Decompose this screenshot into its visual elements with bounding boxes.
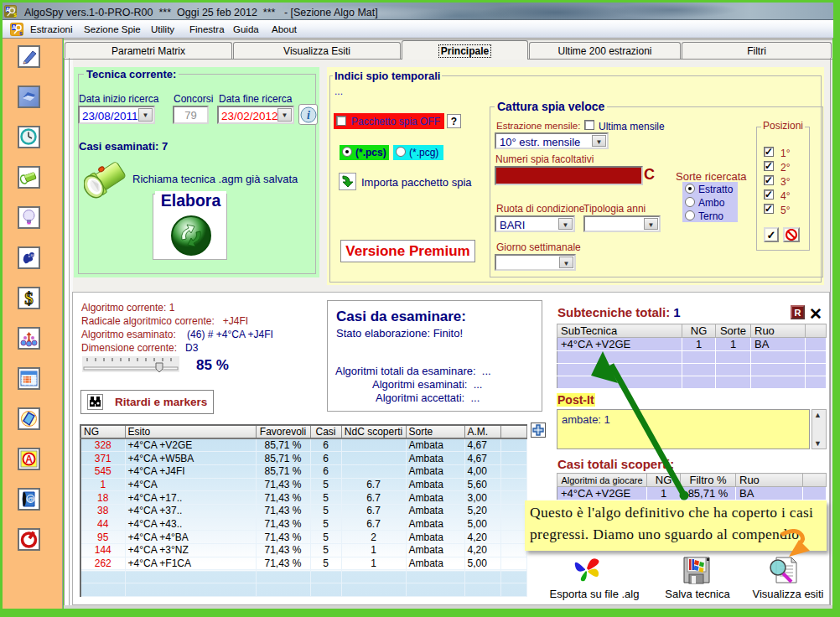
svg-text:i: i [307,109,310,122]
svg-text:A: A [12,24,16,30]
svg-text:s: s [13,12,17,18]
svg-text:$: $ [24,288,34,308]
svg-text:s: s [19,30,23,36]
svg-text:66: 66 [31,253,35,257]
svg-text:@: @ [27,495,34,503]
svg-text:A: A [25,454,33,465]
